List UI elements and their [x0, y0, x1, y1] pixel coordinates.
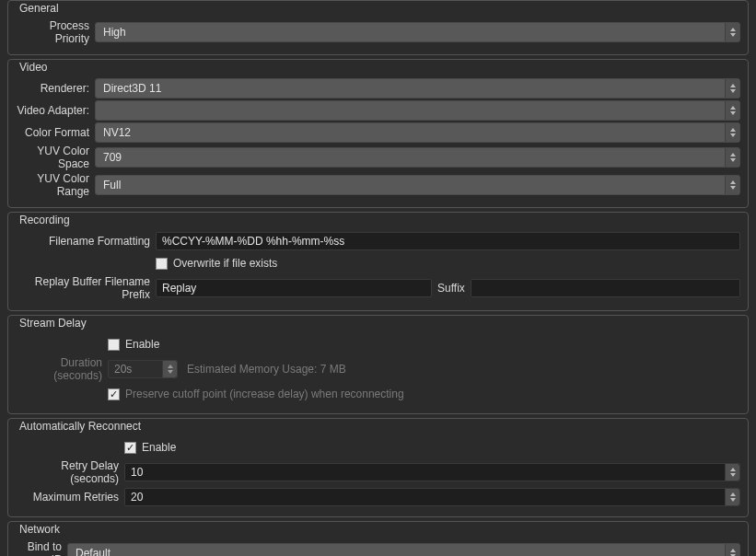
updown-icon [725, 464, 739, 481]
retry-delay-label: Retry Delay (seconds) [16, 459, 124, 485]
renderer-label: Renderer: [16, 82, 95, 95]
memory-usage-label: Estimated Memory Usage: 7 MB [178, 363, 346, 376]
updown-icon [725, 23, 739, 41]
yuv-color-space-select[interactable]: 709 [95, 147, 740, 168]
group-video: Video Renderer: Direct3D 11 Video Adapte… [7, 59, 749, 208]
process-priority-label: Process Priority [16, 19, 95, 45]
stream-delay-enable-label: Enable [125, 338, 159, 351]
preserve-cutoff-checkbox[interactable]: ✓ Preserve cutoff point (increase delay)… [108, 388, 404, 400]
process-priority-value: High [103, 26, 126, 39]
max-retries-spinbox[interactable]: 20 [124, 488, 740, 506]
yuv-color-range-value: Full [103, 179, 121, 191]
bind-to-ip-select[interactable]: Default [67, 543, 740, 556]
auto-reconnect-enable-checkbox[interactable]: ✓ Enable [124, 441, 176, 454]
color-format-select[interactable]: NV12 [95, 122, 740, 143]
color-format-value: NV12 [103, 126, 131, 139]
yuv-color-space-label: YUV Color Space [16, 145, 95, 170]
duration-spinbox[interactable]: 20s [108, 360, 178, 378]
group-title-recording: Recording [17, 214, 72, 226]
video-adapter-label: Video Adapter: [16, 104, 95, 117]
renderer-select[interactable]: Direct3D 11 [95, 78, 740, 98]
yuv-color-space-value: 709 [103, 151, 122, 164]
max-retries-value: 20 [131, 491, 143, 504]
video-adapter-select[interactable] [95, 100, 740, 121]
max-retries-label: Maximum Retries [16, 491, 124, 504]
updown-icon [725, 176, 739, 194]
suffix-label: Suffix [432, 282, 471, 295]
duration-label: Duration (seconds) [16, 356, 108, 382]
group-stream-delay: Stream Delay Enable Duration (seconds) 2… [7, 315, 749, 414]
updown-icon [725, 544, 739, 556]
updown-icon [725, 79, 739, 98]
replay-prefix-label: Replay Buffer Filename Prefix [16, 275, 156, 301]
checkbox-icon [108, 339, 120, 351]
group-network: Network Bind to IP Default [7, 521, 749, 556]
filename-formatting-input[interactable] [156, 232, 740, 250]
updown-icon [725, 123, 739, 142]
group-title-network: Network [17, 523, 62, 536]
retry-delay-value: 10 [131, 466, 143, 479]
group-auto-reconnect: Automatically Reconnect ✓ Enable Retry D… [7, 418, 749, 517]
retry-delay-spinbox[interactable]: 10 [124, 463, 740, 481]
group-general: General Process Priority High [7, 0, 749, 55]
stream-delay-enable-checkbox[interactable]: Enable [108, 338, 159, 351]
yuv-color-range-select[interactable]: Full [95, 175, 740, 195]
group-title-stream-delay: Stream Delay [17, 317, 88, 330]
bind-to-ip-value: Default [76, 547, 110, 556]
process-priority-select[interactable]: High [95, 22, 740, 42]
group-title-general: General [17, 2, 61, 15]
updown-icon [725, 148, 739, 167]
duration-value: 20s [114, 363, 132, 376]
checkbox-icon: ✓ [108, 388, 120, 400]
replay-prefix-input[interactable] [156, 279, 432, 297]
updown-icon [725, 489, 739, 505]
suffix-input[interactable] [471, 279, 740, 297]
color-format-label: Color Format [16, 126, 95, 139]
group-title-auto-reconnect: Automatically Reconnect [17, 420, 143, 433]
updown-icon [162, 361, 177, 377]
updown-icon [725, 101, 739, 120]
checkbox-icon: ✓ [124, 442, 136, 454]
auto-reconnect-enable-label: Enable [142, 441, 176, 454]
group-recording: Recording Filename Formatting Overwrite … [7, 212, 749, 311]
overwrite-checkbox[interactable]: Overwrite if file exists [156, 257, 277, 270]
overwrite-label: Overwrite if file exists [173, 257, 277, 270]
bind-to-ip-label: Bind to IP [16, 540, 67, 556]
yuv-color-range-label: YUV Color Range [16, 172, 95, 198]
group-title-video: Video [17, 61, 49, 74]
renderer-value: Direct3D 11 [103, 82, 161, 95]
filename-formatting-label: Filename Formatting [16, 235, 156, 248]
preserve-cutoff-label: Preserve cutoff point (increase delay) w… [125, 388, 404, 400]
checkbox-icon [156, 258, 168, 270]
